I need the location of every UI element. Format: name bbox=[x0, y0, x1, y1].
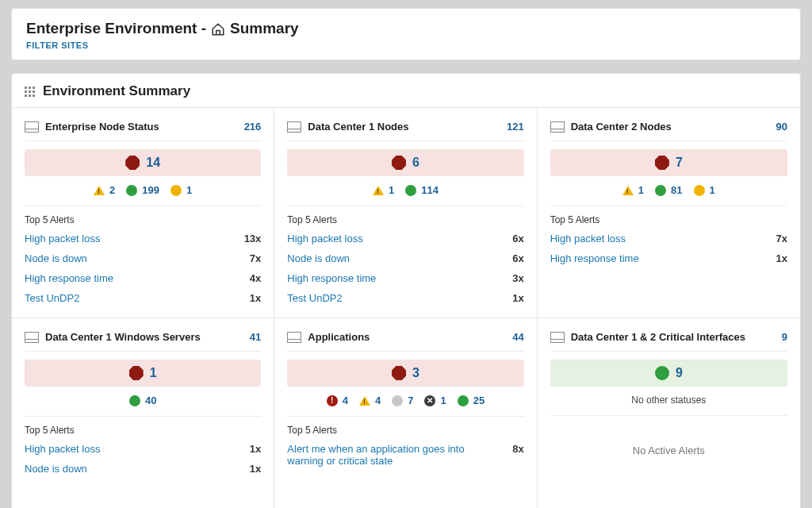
alert-link[interactable]: High response time bbox=[550, 252, 639, 264]
alert-row: High packet loss6x bbox=[287, 229, 523, 248]
alert-link[interactable]: Node is down bbox=[287, 252, 350, 264]
tile-icon bbox=[287, 332, 301, 343]
status-item[interactable]: 114 bbox=[405, 184, 439, 196]
alert-row: High packet loss7x bbox=[550, 229, 787, 248]
alert-row: Node is down6x bbox=[287, 248, 523, 268]
hero-value: 9 bbox=[676, 366, 683, 380]
card-header: Applications44 bbox=[287, 331, 523, 352]
title-prefix: Enterprise Environment - bbox=[26, 20, 206, 37]
status-item[interactable]: 1 bbox=[373, 184, 394, 196]
hero-value: 7 bbox=[676, 156, 683, 170]
critical-icon bbox=[129, 366, 144, 380]
alert-link[interactable]: High packet loss bbox=[25, 443, 100, 455]
alert-link[interactable]: Test UnDP2 bbox=[25, 292, 79, 304]
alert-link[interactable]: Alert me when an application goes into w… bbox=[287, 443, 477, 467]
status-value: 4 bbox=[375, 394, 381, 406]
warning-icon bbox=[622, 186, 634, 195]
status-value: 199 bbox=[142, 184, 159, 196]
status-item[interactable]: 1 bbox=[622, 184, 644, 196]
status-hero[interactable]: 7 bbox=[550, 149, 787, 176]
status-hero[interactable]: 3 bbox=[287, 360, 523, 387]
no-alerts-message: No Active Alerts bbox=[550, 416, 787, 456]
alert-count: 6x bbox=[512, 252, 523, 264]
status-hero[interactable]: 9 bbox=[550, 360, 787, 387]
alert-link[interactable]: High response time bbox=[25, 272, 113, 284]
card-total[interactable]: 90 bbox=[776, 121, 787, 133]
status-item[interactable]: 199 bbox=[126, 184, 159, 196]
warning-circle-icon bbox=[170, 185, 182, 196]
hero-value: 14 bbox=[146, 156, 160, 170]
card-title-text: Data Center 1 Nodes bbox=[308, 121, 408, 133]
warning-icon bbox=[94, 186, 105, 195]
home-icon bbox=[211, 20, 225, 37]
status-hero[interactable]: 1 bbox=[25, 360, 261, 387]
status-row: 21991 bbox=[25, 176, 261, 206]
card-title: Data Center 1 Windows Servers bbox=[25, 331, 201, 343]
alert-link[interactable]: High packet loss bbox=[550, 233, 626, 244]
alert-count: 1x bbox=[250, 443, 261, 455]
alert-row: High packet loss13x bbox=[25, 229, 261, 248]
summary-grid: Enterprise Node Status2161421991Top 5 Al… bbox=[12, 107, 800, 508]
card-total[interactable]: 41 bbox=[250, 331, 261, 343]
alert-count: 13x bbox=[244, 233, 262, 244]
panel-header: Environment Summary bbox=[12, 74, 800, 107]
alert-link[interactable]: Node is down bbox=[25, 252, 87, 264]
drag-handle-icon[interactable] bbox=[25, 87, 35, 97]
alert-count: 6x bbox=[512, 233, 523, 244]
card-total[interactable]: 121 bbox=[507, 121, 524, 133]
page-header: Enterprise Environment - Summary FILTER … bbox=[11, 8, 801, 60]
tile-icon bbox=[25, 121, 39, 133]
status-row: !447✕125 bbox=[287, 387, 523, 417]
alert-link[interactable]: Node is down bbox=[25, 463, 87, 475]
summary-card: Data Center 2 Nodes9071811Top 5 AlertsHi… bbox=[538, 107, 800, 318]
alert-row: Node is down7x bbox=[25, 248, 261, 268]
alert-count: 1x bbox=[512, 292, 523, 304]
status-item[interactable]: 4 bbox=[359, 394, 381, 406]
alert-count: 1x bbox=[250, 292, 261, 304]
hero-value: 1 bbox=[150, 366, 157, 380]
panel-title: Environment Summary bbox=[43, 83, 190, 99]
status-item[interactable]: ✕1 bbox=[424, 394, 446, 406]
status-item[interactable]: 7 bbox=[392, 394, 413, 406]
alert-count: 4x bbox=[250, 272, 261, 284]
status-row: 1114 bbox=[287, 176, 523, 206]
status-hero[interactable]: 14 bbox=[25, 149, 261, 176]
status-item[interactable]: 25 bbox=[458, 394, 485, 406]
status-item[interactable]: 1 bbox=[694, 184, 715, 196]
top-alerts-heading: Top 5 Alerts bbox=[25, 206, 261, 229]
up-icon bbox=[655, 366, 669, 380]
status-hero[interactable]: 6 bbox=[287, 149, 523, 176]
alert-link[interactable]: High packet loss bbox=[25, 233, 100, 244]
warning-circle-icon bbox=[694, 185, 705, 196]
alert-count: 1x bbox=[250, 463, 261, 475]
top-alerts-heading: Top 5 Alerts bbox=[287, 206, 523, 229]
top-alerts-heading: Top 5 Alerts bbox=[287, 417, 523, 439]
card-header: Data Center 1 Windows Servers41 bbox=[25, 331, 261, 352]
card-total[interactable]: 216 bbox=[244, 121, 262, 133]
tile-icon bbox=[550, 332, 565, 343]
alert-link[interactable]: High packet loss bbox=[287, 233, 362, 244]
status-item[interactable]: 40 bbox=[129, 394, 156, 406]
page-title: Enterprise Environment - Summary bbox=[26, 20, 786, 37]
card-title-text: Applications bbox=[308, 331, 370, 343]
alert-row: Test UnDP21x bbox=[287, 288, 523, 308]
status-value: 1 bbox=[440, 394, 446, 406]
card-total[interactable]: 9 bbox=[782, 331, 787, 343]
status-item[interactable]: 2 bbox=[94, 184, 115, 196]
status-value: 25 bbox=[473, 394, 485, 406]
alert-row: High packet loss1x bbox=[25, 439, 261, 459]
up-icon bbox=[458, 395, 469, 406]
alert-row: High response time1x bbox=[550, 248, 787, 268]
status-item[interactable]: 1 bbox=[170, 184, 192, 196]
alert-count: 7x bbox=[250, 252, 261, 264]
card-total[interactable]: 44 bbox=[512, 331, 523, 343]
alert-link[interactable]: High response time bbox=[287, 272, 376, 284]
status-item[interactable]: !4 bbox=[327, 394, 348, 406]
status-item[interactable]: 81 bbox=[655, 184, 682, 196]
alert-count: 8x bbox=[512, 443, 523, 467]
filter-sites-link[interactable]: FILTER SITES bbox=[26, 40, 786, 50]
status-value: 7 bbox=[408, 394, 413, 406]
status-value: 1 bbox=[186, 184, 192, 196]
alert-link[interactable]: Test UnDP2 bbox=[287, 292, 342, 304]
top-alerts-heading: Top 5 Alerts bbox=[550, 206, 787, 229]
